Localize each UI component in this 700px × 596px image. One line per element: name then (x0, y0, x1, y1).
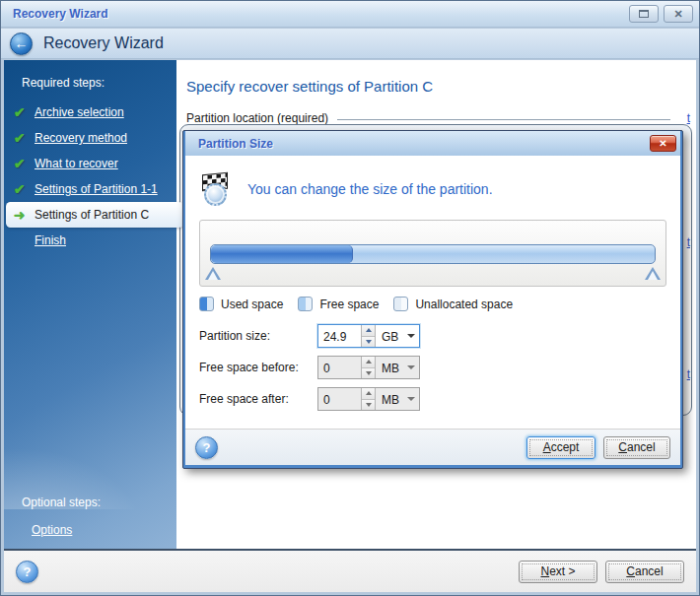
sidebar-item-what-to-recover[interactable]: ✔ What to recover (4, 151, 176, 176)
spin-down-button[interactable] (362, 336, 375, 348)
optional-steps-section: Optional steps: Options (4, 496, 176, 537)
spin-up-icon (366, 328, 372, 332)
partition-size-field[interactable]: 24.9 GB (317, 324, 420, 348)
spin-down-button[interactable] (362, 399, 375, 411)
restore-button[interactable] (629, 5, 659, 23)
sidebar-item-label[interactable]: Archive selection (35, 105, 124, 119)
unallocated-space-swatch (393, 297, 408, 311)
chevron-down-icon (407, 365, 415, 369)
unit-dropdown-button[interactable] (403, 388, 419, 410)
legend-item-free: Free space (298, 297, 379, 311)
partition-size-value[interactable]: 24.9 (318, 325, 361, 347)
help-icon: ? (203, 440, 211, 455)
dialog-help-button[interactable]: ? (195, 436, 218, 459)
sidebar-item-recovery-method[interactable]: ✔ Recovery method (4, 125, 176, 151)
check-icon: ✔ (12, 182, 27, 196)
options-link-label[interactable]: Options (32, 523, 72, 537)
dialog-message: You can change the size of the partition… (247, 181, 493, 197)
dialog-title: Partition Size (198, 137, 650, 151)
spin-up-icon (366, 391, 372, 395)
spin-up-button[interactable] (362, 325, 375, 336)
wizard-header: ← Recovery Wizard (1, 29, 699, 59)
used-space-swatch (199, 297, 214, 311)
close-icon: ✕ (659, 139, 666, 149)
check-icon: ✔ (12, 157, 27, 170)
sidebar-item-options[interactable]: Options (4, 523, 176, 537)
sidebar-item-label[interactable]: Recovery method (35, 131, 127, 145)
free-space-after-unit: MB (376, 388, 403, 410)
steps-sidebar: Required steps: ✔ Archive selection ✔ Re… (4, 60, 176, 549)
sidebar-item-label: Settings of Partition C (35, 208, 149, 222)
free-space-before-stepper (361, 357, 376, 378)
window-close-button[interactable]: ✕ (664, 5, 693, 23)
wizard-footer: ? Next > Cancel (4, 549, 696, 592)
free-space-before-unit: MB (376, 357, 403, 378)
free-space-before-value[interactable]: 0 (318, 357, 361, 378)
finish-flag-icon (199, 170, 235, 208)
cancel-button[interactable]: Cancel (605, 561, 684, 583)
spin-down-icon (366, 403, 372, 407)
clipped-link-fragment[interactable]: t (687, 111, 690, 125)
free-space-swatch (298, 297, 313, 311)
partition-size-track[interactable] (210, 244, 656, 264)
clipped-link-fragment[interactable]: t (687, 235, 690, 249)
page-title: Recovery Wizard (43, 34, 164, 52)
resize-handle-left[interactable] (205, 267, 221, 280)
back-button[interactable]: ← (10, 33, 33, 55)
help-button[interactable]: ? (16, 561, 38, 583)
back-arrow-icon: ← (15, 36, 29, 50)
partition-location-label: Partition location (required) (186, 111, 328, 125)
unit-dropdown-button[interactable] (403, 325, 419, 347)
content-heading: Specify recover settings of Partition C (186, 78, 686, 95)
free-space-after-field[interactable]: 0 MB (317, 387, 420, 411)
size-form: Partition size: 24.9 GB Free space befor… (199, 324, 666, 411)
legend-label: Used space (221, 298, 283, 311)
partition-size-dialog: Partition Size ✕ You can change the size… (182, 130, 683, 469)
used-space-segment (211, 245, 353, 263)
legend-label: Free space (319, 298, 379, 311)
clipped-link-fragment[interactable]: t (687, 367, 690, 381)
dialog-titlebar: Partition Size ✕ (185, 131, 680, 156)
chevron-down-icon (407, 334, 415, 338)
spin-up-button[interactable] (362, 388, 375, 399)
spin-down-icon (366, 340, 372, 344)
sidebar-item-settings-partition-1-1[interactable]: ✔ Settings of Partition 1-1 (4, 176, 176, 202)
spin-up-button[interactable] (362, 357, 375, 367)
dialog-footer: ? Accept Cancel (185, 429, 680, 465)
sidebar-item-settings-partition-c[interactable]: ➜ Settings of Partition C (6, 202, 190, 228)
window-titlebar: Recovery Wizard ✕ (1, 1, 699, 28)
spin-down-button[interactable] (362, 367, 375, 379)
free-space-after-stepper (361, 388, 376, 410)
close-icon: ✕ (673, 9, 682, 20)
restore-icon (639, 10, 649, 18)
required-steps-label: Required steps: (4, 74, 176, 99)
spin-down-icon (366, 371, 372, 375)
sidebar-item-label[interactable]: Finish (35, 233, 66, 247)
next-button[interactable]: Next > (519, 561, 597, 583)
accept-button[interactable]: Accept (526, 436, 595, 459)
window-title: Recovery Wizard (13, 7, 624, 21)
check-icon: ✔ (12, 131, 27, 145)
free-space-after-value[interactable]: 0 (318, 388, 361, 410)
partition-size-unit: GB (376, 325, 403, 347)
recovery-wizard-window: Recovery Wizard ✕ ← Recovery Wizard Requ… (0, 0, 700, 596)
check-icon: ✔ (12, 105, 27, 119)
partition-size-slider-panel (199, 220, 666, 287)
resize-handle-right[interactable] (645, 267, 661, 280)
legend-label: Unallocated space (415, 298, 513, 311)
free-space-before-field[interactable]: 0 MB (317, 356, 420, 379)
sidebar-item-label[interactable]: Settings of Partition 1-1 (35, 182, 158, 196)
dialog-close-button[interactable]: ✕ (650, 135, 676, 152)
chevron-down-icon (407, 397, 415, 401)
free-space-before-label: Free space before: (199, 361, 317, 374)
sidebar-item-label[interactable]: What to recover (35, 157, 118, 170)
legend-item-used: Used space (199, 297, 283, 311)
unit-dropdown-button[interactable] (403, 357, 419, 378)
sidebar-item-archive-selection[interactable]: ✔ Archive selection (4, 99, 176, 125)
spin-up-icon (366, 360, 372, 364)
dialog-cancel-button[interactable]: Cancel (603, 436, 670, 459)
free-space-after-label: Free space after: (199, 392, 317, 406)
sidebar-item-finish[interactable]: Finish (4, 228, 176, 253)
section-divider (337, 119, 670, 120)
space-legend: Used space Free space Unallocated space (199, 297, 666, 311)
